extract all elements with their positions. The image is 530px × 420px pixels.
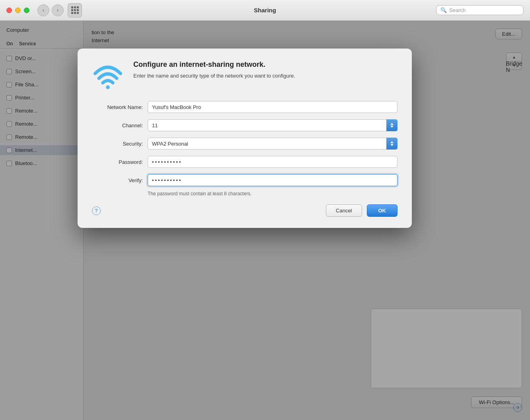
dialog-subtitle: Enter the name and security type of the …	[133, 72, 398, 80]
cancel-button[interactable]: Cancel	[326, 204, 362, 217]
dialog-title-area: Configure an internet-sharing network. E…	[133, 60, 398, 80]
form-section: Network Name: Channel: 11 Secur	[92, 101, 398, 196]
verify-input[interactable]	[148, 174, 398, 186]
main-content: Computer On Service DVD or... Screen... …	[0, 21, 530, 420]
channel-select[interactable]: 11	[148, 119, 398, 131]
dialog-buttons: Cancel OK	[326, 204, 398, 217]
channel-row: Channel: 11	[92, 119, 398, 131]
security-label: Security:	[92, 141, 148, 147]
channel-label: Channel:	[92, 122, 148, 128]
dialog-title: Configure an internet-sharing network.	[133, 60, 398, 69]
minimize-button[interactable]	[15, 8, 21, 13]
verify-row: Verify:	[92, 174, 398, 186]
window-title: Sharing	[254, 7, 276, 14]
close-button[interactable]	[6, 8, 12, 13]
password-hint: The password must contain at least 8 cha…	[148, 191, 398, 196]
wifi-icon-wrap	[92, 60, 124, 90]
help-icon-dialog[interactable]: ?	[92, 206, 101, 215]
channel-select-wrap: 11	[148, 119, 398, 131]
verify-label: Verify:	[92, 177, 148, 183]
grid-view-button[interactable]	[68, 3, 82, 18]
search-placeholder: Search	[449, 7, 466, 13]
window-controls	[6, 8, 29, 13]
svg-point-0	[106, 86, 110, 89]
dialog-footer: ? Cancel OK	[92, 204, 398, 217]
network-name-label: Network Name:	[92, 104, 148, 110]
search-icon: 🔍	[440, 7, 447, 13]
security-row: Security: WPA2 Personal	[92, 138, 398, 150]
nav-buttons: ‹ ›	[37, 4, 64, 16]
security-select-wrap: WPA2 Personal	[148, 138, 398, 150]
password-label: Password:	[92, 159, 148, 165]
wifi-icon	[92, 62, 124, 90]
search-bar[interactable]: 🔍 Search	[436, 5, 524, 15]
title-bar: ‹ › Sharing 🔍 Search	[0, 0, 530, 21]
network-name-row: Network Name:	[92, 101, 398, 113]
dialog: Configure an internet-sharing network. E…	[78, 49, 412, 228]
forward-button[interactable]: ›	[52, 4, 64, 16]
password-input[interactable]	[148, 156, 398, 168]
security-select[interactable]: WPA2 Personal	[148, 138, 398, 150]
password-row: Password:	[92, 156, 398, 168]
back-button[interactable]: ‹	[37, 4, 49, 16]
ok-button[interactable]: OK	[367, 204, 398, 217]
dialog-header: Configure an internet-sharing network. E…	[92, 60, 398, 90]
maximize-button[interactable]	[24, 8, 29, 13]
grid-icon	[71, 6, 79, 14]
network-name-input[interactable]	[148, 101, 398, 113]
